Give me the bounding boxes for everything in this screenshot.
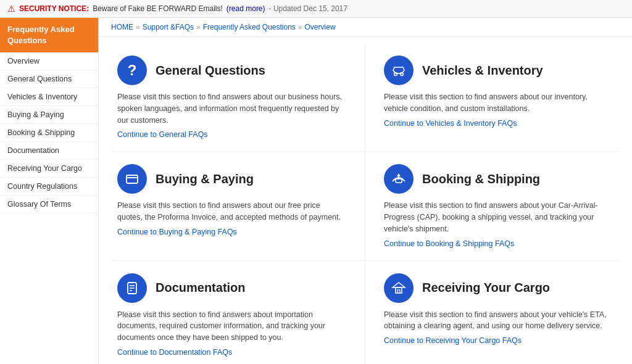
svg-marker-11 [393,283,405,287]
receiving-cargo-icon [384,273,414,303]
breadcrumb-item[interactable]: Frequently Asked Questions [203,23,296,31]
faq-item-title: General Questions [156,64,265,78]
update-text: - Updated Dec 15, 2017 [269,4,347,13]
faq-item-header: Receiving Your Cargo [384,273,607,303]
faq-item-description: Please visit this section to find answer… [384,91,607,115]
svg-rect-2 [127,175,138,183]
svg-rect-4 [396,179,402,183]
buying-paying-icon [117,164,147,194]
faq-item-title: Vehicles & Inventory [422,64,543,78]
sidebar-nav-item[interactable]: Documentation [0,142,98,160]
faq-continue-link[interactable]: Continue to Buying & Paying FAQs [117,228,237,236]
faq-continue-link[interactable]: Continue to Receiving Your Cargo FAQs [384,336,522,345]
faq-item: Buying & PayingPlease visit this section… [111,152,365,260]
faq-item-header: Documentation [117,273,346,303]
faq-item-title: Buying & Paying [156,172,254,186]
faq-item: Vehicles & InventoryPlease visit this se… [365,43,620,152]
faq-item-header: Buying & Paying [117,164,346,194]
sidebar: Frequently Asked Questions OverviewGener… [0,18,99,364]
main-content: HOME»Support &FAQs»Frequently Asked Ques… [99,18,632,364]
vehicles-inventory-icon [384,56,414,85]
faq-item-header: Vehicles & Inventory [384,56,607,85]
faq-continue-link[interactable]: Continue to Vehicles & Inventory FAQs [384,119,517,128]
breadcrumb-separator: » [136,23,140,31]
sidebar-nav-item[interactable]: Receiving Your Cargo [0,160,98,178]
faq-item-description: Please visit this section to find answer… [117,91,346,126]
svg-marker-6 [397,173,401,176]
breadcrumb-separator: » [196,23,201,31]
security-banner: ⚠ SECURITY NOTICE: Beware of Fake BE FOR… [0,0,632,18]
faq-item-title: Booking & Shipping [422,172,540,186]
breadcrumb-separator: » [298,23,302,31]
faq-item: ?General QuestionsPlease visit this sect… [111,43,365,152]
svg-point-1 [401,73,404,76]
documentation-icon [117,273,147,303]
faq-item-description: Please visit this section to find answer… [117,200,346,223]
faq-item-title: Documentation [156,281,246,295]
breadcrumb-item[interactable]: HOME [111,23,133,31]
faq-continue-link[interactable]: Continue to Booking & Shipping FAQs [384,239,514,248]
faq-continue-link[interactable]: Continue to General FAQs [117,130,208,139]
sidebar-nav-item[interactable]: Overview [0,52,98,70]
faq-continue-link[interactable]: Continue to Documentation FAQs [117,348,232,357]
faq-item: DocumentationPlease visit this section t… [111,261,365,365]
page-layout: Frequently Asked Questions OverviewGener… [0,18,632,364]
breadcrumb: HOME»Support &FAQs»Frequently Asked Ques… [99,18,632,37]
alert-icon: ⚠ [7,4,15,14]
security-label: SECURITY NOTICE: [19,4,89,13]
security-link[interactable]: (read more) [227,4,265,13]
sidebar-header: Frequently Asked Questions [0,18,98,52]
faq-item-title: Receiving Your Cargo [422,281,550,295]
breadcrumb-item[interactable]: Overview [305,23,336,31]
faq-grid: ?General QuestionsPlease visit this sect… [99,37,632,364]
faq-item-header: ?General Questions [117,56,346,85]
sidebar-nav-item[interactable]: Booking & Shipping [0,124,98,142]
faq-item: Receiving Your CargoPlease visit this se… [365,261,620,365]
general-questions-icon: ? [117,56,147,85]
sidebar-nav-item[interactable]: Vehicles & Inventory [0,88,98,106]
faq-item-description: Please visit this section to find answer… [384,309,607,333]
breadcrumb-item[interactable]: Support &FAQs [143,23,194,31]
faq-item-description: Please visit this section to find answer… [384,200,607,234]
security-text: Beware of Fake BE FORWARD Emails! [93,4,223,13]
sidebar-nav-item[interactable]: Country Regulations [0,178,98,196]
sidebar-nav: OverviewGeneral QuestionsVehicles & Inve… [0,52,98,213]
faq-item-description: Please visit this section to find answer… [117,309,346,344]
faq-item: Booking & ShippingPlease visit this sect… [365,152,620,260]
booking-shipping-icon [384,164,414,194]
svg-point-0 [394,73,397,76]
faq-item-header: Booking & Shipping [384,164,607,194]
sidebar-nav-item[interactable]: General Questions [0,70,98,88]
sidebar-nav-item[interactable]: Buying & Paying [0,106,98,124]
sidebar-nav-item[interactable]: Glossary Of Terms [0,196,98,213]
